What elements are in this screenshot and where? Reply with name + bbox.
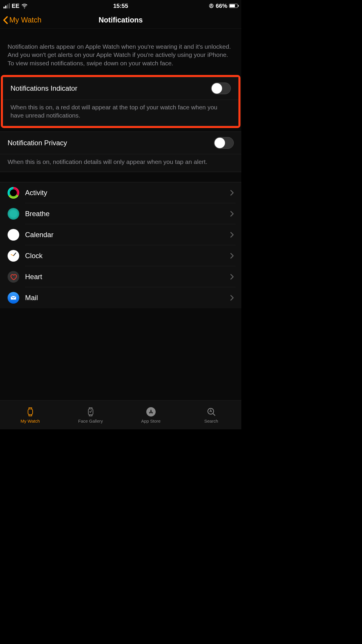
face-gallery-icon [85, 407, 96, 417]
back-label: My Watch [9, 16, 41, 24]
app-label: Calendar [25, 231, 53, 239]
heart-icon [8, 271, 19, 283]
notifications-indicator-label: Notifications Indicator [10, 84, 77, 92]
app-label: Heart [25, 273, 42, 281]
activity-icon [8, 187, 19, 199]
app-row-clock[interactable]: Clock [0, 245, 241, 266]
app-row-activity[interactable]: Activity [0, 182, 241, 203]
tab-label: App Store [141, 419, 161, 424]
notification-privacy-toggle[interactable] [214, 137, 234, 149]
chevron-right-icon [230, 232, 234, 238]
page-title: Notifications [99, 16, 143, 24]
app-row-mail[interactable]: Mail [0, 287, 241, 308]
signal-icon [3, 3, 10, 8]
notifications-indicator-toggle[interactable] [211, 83, 231, 94]
breathe-icon [8, 208, 19, 220]
app-label: Activity [25, 189, 47, 197]
back-button[interactable]: My Watch [0, 16, 41, 24]
app-label: Clock [25, 252, 43, 260]
app-row-breathe[interactable]: Breathe [0, 203, 241, 224]
chevron-right-icon [230, 190, 234, 196]
orientation-lock-icon [209, 3, 214, 8]
status-bar: EE 15:55 66% [0, 0, 241, 12]
notification-privacy-row: Notification Privacy [0, 132, 241, 154]
watch-icon [25, 407, 36, 417]
chevron-right-icon [230, 211, 234, 217]
notifications-indicator-row: Notifications Indicator [3, 77, 238, 99]
tab-my-watch[interactable]: My Watch [0, 407, 60, 424]
svg-point-4 [146, 407, 156, 416]
app-list: Activity Breathe Calendar [0, 182, 241, 308]
app-label: Mail [25, 294, 38, 302]
notifications-indicator-desc: When this is on, a red dot will appear a… [3, 99, 238, 126]
svg-rect-1 [210, 6, 212, 7]
svg-line-6 [213, 414, 215, 416]
tab-bar: My Watch Face Gallery App Store Search [0, 400, 241, 429]
app-row-calendar[interactable]: Calendar [0, 224, 241, 245]
battery-icon [229, 4, 238, 8]
app-label: Breathe [25, 210, 50, 218]
clock-time: 15:55 [113, 3, 128, 9]
svg-rect-2 [28, 409, 33, 415]
calendar-icon [8, 229, 19, 241]
clock-icon [8, 250, 19, 262]
tab-label: Face Gallery [78, 419, 103, 424]
search-icon [206, 407, 217, 417]
chevron-left-icon [3, 16, 8, 24]
tab-face-gallery[interactable]: Face Gallery [60, 407, 121, 424]
chevron-right-icon [230, 274, 234, 280]
mail-icon [8, 292, 19, 304]
wifi-icon [21, 3, 28, 9]
notification-privacy-desc: When this is on, notification details wi… [0, 154, 241, 172]
app-store-icon [146, 407, 156, 417]
intro-text: Notification alerts appear on Apple Watc… [0, 29, 241, 74]
chevron-right-icon [230, 295, 234, 301]
content-scroll[interactable]: Notification alerts appear on Apple Watc… [0, 29, 241, 400]
nav-bar: My Watch Notifications [0, 12, 241, 29]
app-row-heart[interactable]: Heart [0, 266, 241, 287]
carrier-label: EE [12, 3, 20, 9]
highlight-annotation: Notifications Indicator When this is on,… [1, 75, 240, 128]
tab-app-store[interactable]: App Store [121, 407, 181, 424]
notification-privacy-label: Notification Privacy [8, 139, 67, 147]
battery-percent: 66% [216, 3, 227, 9]
tab-label: My Watch [20, 419, 40, 424]
tab-label: Search [204, 419, 218, 424]
chevron-right-icon [230, 253, 234, 259]
tab-search[interactable]: Search [181, 407, 241, 424]
